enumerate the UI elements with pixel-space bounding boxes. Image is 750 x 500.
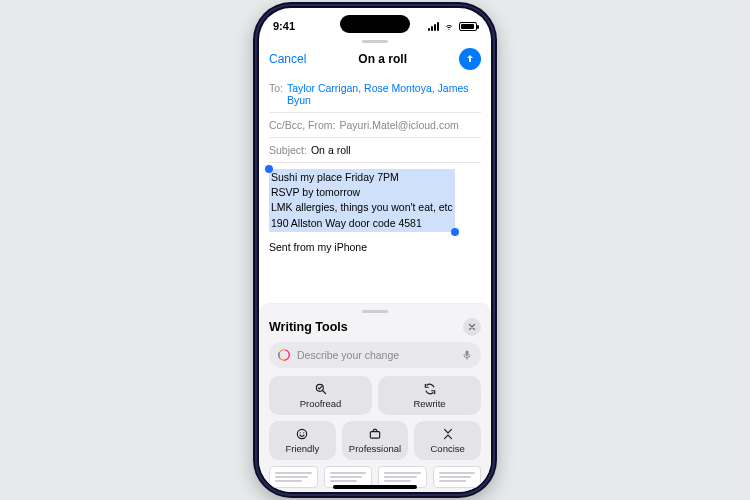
microphone-icon[interactable] — [461, 349, 473, 361]
rewrite-label: Rewrite — [413, 398, 445, 409]
friendly-button[interactable]: Friendly — [269, 421, 336, 460]
writing-tools-panel: Writing Tools Describe your change — [259, 304, 491, 492]
selected-text[interactable]: Sushi my place Friday 7PM RSVP by tomorr… — [269, 169, 455, 232]
to-label: To: — [269, 82, 283, 106]
rewrite-button[interactable]: Rewrite — [378, 376, 481, 415]
home-indicator[interactable] — [333, 485, 417, 489]
ccbcc-from-value: Payuri.Matel@icloud.com — [340, 119, 459, 131]
compose-navbar: Cancel On a roll — [259, 43, 491, 76]
close-button[interactable] — [463, 318, 481, 336]
to-field[interactable]: To: Taylor Carrigan, Rose Montoya, James… — [269, 76, 481, 113]
send-button[interactable] — [459, 48, 481, 70]
style-thumbnail[interactable] — [269, 466, 318, 488]
svg-point-6 — [303, 432, 304, 433]
battery-icon — [459, 22, 477, 31]
subject-field[interactable]: Subject: On a roll — [269, 138, 481, 163]
describe-change-input[interactable]: Describe your change — [269, 342, 481, 368]
writing-tools-title: Writing Tools — [269, 320, 348, 334]
to-value: Taylor Carrigan, Rose Montoya, James Byu… — [287, 82, 481, 106]
friendly-label: Friendly — [285, 443, 319, 454]
selected-text-content: Sushi my place Friday 7PM RSVP by tomorr… — [271, 171, 453, 229]
ccbcc-from-field[interactable]: Cc/Bcc, From: Payuri.Matel@icloud.com — [269, 113, 481, 138]
style-thumbnail[interactable] — [433, 466, 482, 488]
cancel-button[interactable]: Cancel — [269, 52, 306, 66]
smile-icon — [295, 427, 309, 441]
concise-button[interactable]: Concise — [414, 421, 481, 460]
arrow-up-icon — [464, 53, 476, 65]
selection-handle-end[interactable] — [451, 228, 459, 236]
svg-rect-7 — [370, 432, 379, 438]
svg-point-5 — [300, 432, 301, 433]
dynamic-island — [340, 15, 410, 33]
apple-intelligence-icon — [277, 348, 291, 362]
ccbcc-from-label: Cc/Bcc, From: — [269, 119, 336, 131]
panel-grabber[interactable] — [362, 310, 388, 313]
briefcase-icon — [368, 427, 382, 441]
concise-label: Concise — [430, 443, 464, 454]
status-time: 9:41 — [273, 20, 295, 32]
phone-frame: 9:41 Cancel On a roll To: Taylor Carr — [253, 2, 497, 498]
wifi-icon — [443, 22, 455, 31]
cellular-icon — [428, 22, 439, 31]
proofread-label: Proofread — [300, 398, 342, 409]
message-body[interactable]: Sushi my place Friday 7PM RSVP by tomorr… — [259, 163, 491, 261]
compose-title: On a roll — [358, 52, 407, 66]
email-signature: Sent from my iPhone — [269, 240, 481, 255]
subject-value: On a roll — [311, 144, 351, 156]
describe-change-placeholder: Describe your change — [297, 349, 455, 361]
concise-icon — [441, 427, 455, 441]
selection-handle-start[interactable] — [265, 165, 273, 173]
professional-label: Professional — [349, 443, 401, 454]
close-icon — [467, 322, 477, 332]
subject-label: Subject: — [269, 144, 307, 156]
professional-button[interactable]: Professional — [342, 421, 409, 460]
svg-point-4 — [298, 429, 307, 438]
screen: 9:41 Cancel On a roll To: Taylor Carr — [259, 8, 491, 492]
rewrite-icon — [423, 382, 437, 396]
proofread-button[interactable]: Proofread — [269, 376, 372, 415]
magnifier-check-icon — [314, 382, 328, 396]
